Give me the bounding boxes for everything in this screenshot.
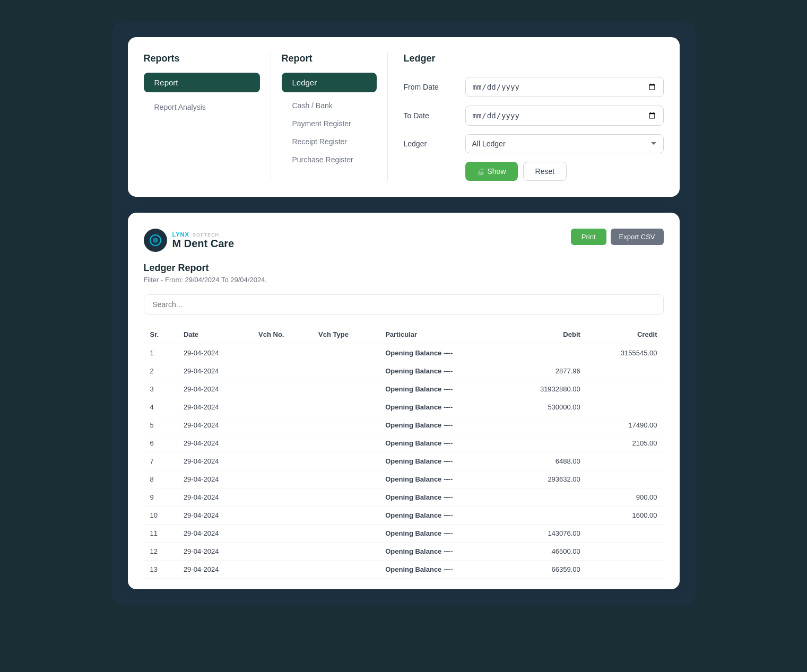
- cell-vch-no: [252, 380, 312, 398]
- to-date-row: To Date: [404, 106, 664, 126]
- report-title: Ledger Report: [144, 263, 664, 274]
- col-particular: Particular: [379, 325, 504, 344]
- cell-credit: [587, 525, 664, 543]
- main-container: Reports Report Report Analysis Report Le…: [112, 21, 696, 605]
- export-csv-button[interactable]: Export CSV: [611, 229, 664, 245]
- cell-particular: Opening Balance ----: [379, 344, 504, 362]
- cell-particular: Opening Balance ----: [379, 543, 504, 561]
- cell-particular: Opening Balance ----: [379, 380, 504, 398]
- cell-sr: 7: [144, 452, 177, 470]
- brand-section: LYNX SOFTECH M Dent Care: [144, 229, 235, 252]
- lynx-logo-svg: [147, 232, 163, 248]
- from-date-label: From Date: [404, 83, 457, 91]
- cell-sr: 12: [144, 543, 177, 561]
- ledger-row: Ledger All Ledger: [404, 134, 664, 153]
- brand-text: LYNX SOFTECH M Dent Care: [172, 231, 235, 250]
- cell-debit: [504, 416, 587, 434]
- reports-column: Reports Report Report Analysis: [144, 53, 271, 181]
- cell-date: 29-04-2024: [177, 398, 252, 416]
- ledger-label: Ledger: [404, 139, 457, 148]
- cell-sr: 11: [144, 525, 177, 543]
- cell-vch-no: [252, 416, 312, 434]
- report-button[interactable]: Report: [144, 73, 260, 92]
- cell-vch-type: [312, 525, 379, 543]
- cell-sr: 3: [144, 380, 177, 398]
- cell-credit: 2105.00: [587, 434, 664, 452]
- cash-bank-menu-item[interactable]: Cash / Bank: [282, 97, 377, 115]
- to-date-input[interactable]: [465, 106, 664, 126]
- cell-credit: [587, 362, 664, 380]
- table-row: 5 29-04-2024 Opening Balance ---- 17490.…: [144, 416, 664, 434]
- ledger-table: Sr. Date Vch No. Vch Type Particular Deb…: [144, 325, 664, 579]
- cell-vch-type: [312, 507, 379, 525]
- to-date-label: To Date: [404, 111, 457, 120]
- cell-particular: Opening Balance ----: [379, 488, 504, 507]
- payment-register-menu-item[interactable]: Payment Register: [282, 115, 377, 133]
- cell-date: 29-04-2024: [177, 507, 252, 525]
- cell-particular: Opening Balance ----: [379, 434, 504, 452]
- purchase-register-menu-item[interactable]: Purchase Register: [282, 151, 377, 169]
- table-row: 13 29-04-2024 Opening Balance ---- 66359…: [144, 561, 664, 579]
- cell-particular: Opening Balance ----: [379, 452, 504, 470]
- cell-date: 29-04-2024: [177, 525, 252, 543]
- cell-sr: 4: [144, 398, 177, 416]
- reset-button[interactable]: Reset: [523, 162, 567, 181]
- cell-vch-type: [312, 344, 379, 362]
- cell-vch-type: [312, 380, 379, 398]
- cell-sr: 2: [144, 362, 177, 380]
- cell-date: 29-04-2024: [177, 380, 252, 398]
- cell-debit: 66359.00: [504, 561, 587, 579]
- cell-debit: [504, 488, 587, 507]
- cell-vch-type: [312, 452, 379, 470]
- from-date-input[interactable]: [465, 77, 664, 97]
- cell-vch-no: [252, 525, 312, 543]
- print-button[interactable]: Print: [571, 229, 606, 245]
- cell-credit: [587, 470, 664, 488]
- reports-heading: Reports: [144, 53, 260, 64]
- cell-date: 29-04-2024: [177, 434, 252, 452]
- table-body: 1 29-04-2024 Opening Balance ---- 315554…: [144, 344, 664, 579]
- ledger-select[interactable]: All Ledger: [465, 134, 664, 153]
- bottom-panel: LYNX SOFTECH M Dent Care Print Export CS…: [112, 213, 696, 605]
- cell-vch-no: [252, 543, 312, 561]
- cell-date: 29-04-2024: [177, 561, 252, 579]
- ledger-filter-heading: Ledger: [404, 53, 664, 64]
- cell-date: 29-04-2024: [177, 344, 252, 362]
- table-row: 7 29-04-2024 Opening Balance ---- 6488.0…: [144, 452, 664, 470]
- cell-sr: 9: [144, 488, 177, 507]
- cell-debit: 6488.00: [504, 452, 587, 470]
- cell-debit: 31932880.00: [504, 380, 587, 398]
- cell-vch-no: [252, 434, 312, 452]
- search-input[interactable]: [144, 294, 664, 315]
- cell-debit: 2877.96: [504, 362, 587, 380]
- col-date: Date: [177, 325, 252, 344]
- cell-date: 29-04-2024: [177, 470, 252, 488]
- ledger-filter-column: Ledger From Date To Date Ledger All Ledg…: [398, 53, 664, 181]
- cell-sr: 1: [144, 344, 177, 362]
- cell-credit: [587, 543, 664, 561]
- cell-vch-type: [312, 470, 379, 488]
- report-heading: Report: [282, 53, 377, 64]
- cell-vch-type: [312, 362, 379, 380]
- table-header-row: Sr. Date Vch No. Vch Type Particular Deb…: [144, 325, 664, 344]
- table-row: 8 29-04-2024 Opening Balance ---- 293632…: [144, 470, 664, 488]
- cell-sr: 10: [144, 507, 177, 525]
- from-date-row: From Date: [404, 77, 664, 97]
- table-row: 11 29-04-2024 Opening Balance ---- 14307…: [144, 525, 664, 543]
- report-analysis-button[interactable]: Report Analysis: [144, 99, 260, 116]
- table-row: 12 29-04-2024 Opening Balance ---- 46500…: [144, 543, 664, 561]
- cell-vch-no: [252, 362, 312, 380]
- top-panel: Reports Report Report Analysis Report Le…: [112, 21, 696, 213]
- brand-lynx: LYNX SOFTECH: [172, 231, 235, 238]
- cell-credit: 1600.00: [587, 507, 664, 525]
- table-row: 4 29-04-2024 Opening Balance ---- 530000…: [144, 398, 664, 416]
- cell-credit: 3155545.00: [587, 344, 664, 362]
- ledger-menu-item[interactable]: Ledger: [282, 73, 377, 92]
- receipt-register-menu-item[interactable]: Receipt Register: [282, 133, 377, 151]
- cell-sr: 13: [144, 561, 177, 579]
- col-debit: Debit: [504, 325, 587, 344]
- show-button[interactable]: 🖨 Show: [465, 162, 518, 181]
- cell-vch-no: [252, 488, 312, 507]
- cell-debit: [504, 344, 587, 362]
- col-sr: Sr.: [144, 325, 177, 344]
